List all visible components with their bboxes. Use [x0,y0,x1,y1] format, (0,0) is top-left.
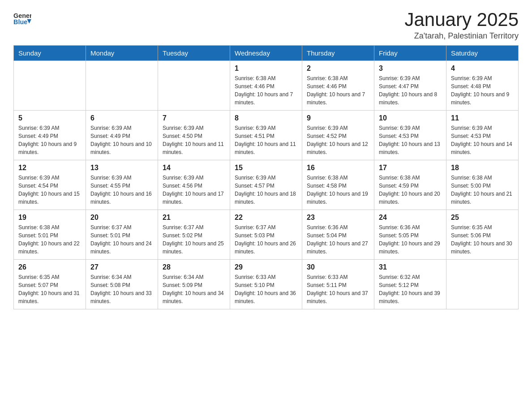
day-info: Sunrise: 6:39 AM Sunset: 4:53 PM Dayligh… [451,124,514,156]
table-row [14,61,86,111]
table-row [86,61,158,111]
day-info: Sunrise: 6:39 AM Sunset: 4:53 PM Dayligh… [379,124,442,156]
day-number: 9 [307,114,369,122]
table-row: 22Sunrise: 6:37 AM Sunset: 5:03 PM Dayli… [230,210,302,260]
day-number: 6 [90,114,153,122]
day-number: 10 [379,114,442,122]
general-blue-logo-icon: General Blue [13,9,31,27]
day-info: Sunrise: 6:39 AM Sunset: 4:54 PM Dayligh… [18,174,81,206]
logo: General Blue [13,9,33,27]
day-number: 14 [163,164,225,172]
table-row: 4Sunrise: 6:39 AM Sunset: 4:48 PM Daylig… [446,61,519,111]
header-thursday: Thursday [302,46,374,61]
day-number: 26 [18,263,81,271]
table-row: 14Sunrise: 6:39 AM Sunset: 4:56 PM Dayli… [158,160,230,210]
day-number: 27 [90,263,153,271]
table-row: 29Sunrise: 6:33 AM Sunset: 5:10 PM Dayli… [230,260,302,309]
header-saturday: Saturday [446,46,519,61]
month-title: January 2025 [404,9,519,30]
table-row [446,260,519,309]
location-title: Za'tarah, Palestinian Territory [404,31,519,41]
day-info: Sunrise: 6:39 AM Sunset: 4:47 PM Dayligh… [379,74,442,107]
day-info: Sunrise: 6:38 AM Sunset: 5:00 PM Dayligh… [451,174,514,206]
day-info: Sunrise: 6:38 AM Sunset: 4:59 PM Dayligh… [379,174,442,206]
header-friday: Friday [374,46,446,61]
day-info: Sunrise: 6:38 AM Sunset: 4:58 PM Dayligh… [307,174,369,206]
table-row: 28Sunrise: 6:34 AM Sunset: 5:09 PM Dayli… [158,260,230,309]
day-info: Sunrise: 6:38 AM Sunset: 4:46 PM Dayligh… [235,74,297,107]
day-number: 12 [18,164,81,172]
table-row: 19Sunrise: 6:38 AM Sunset: 5:01 PM Dayli… [14,210,86,260]
table-row: 31Sunrise: 6:32 AM Sunset: 5:12 PM Dayli… [374,260,446,309]
day-number: 21 [163,214,225,222]
table-row: 1Sunrise: 6:38 AM Sunset: 4:46 PM Daylig… [230,61,302,111]
table-row: 2Sunrise: 6:38 AM Sunset: 4:46 PM Daylig… [302,61,374,111]
table-row: 27Sunrise: 6:34 AM Sunset: 5:08 PM Dayli… [86,260,158,309]
day-number: 22 [235,214,297,222]
day-number: 5 [18,114,81,122]
day-info: Sunrise: 6:39 AM Sunset: 4:48 PM Dayligh… [451,74,514,107]
day-number: 19 [18,214,81,222]
table-row: 16Sunrise: 6:38 AM Sunset: 4:58 PM Dayli… [302,160,374,210]
day-info: Sunrise: 6:39 AM Sunset: 4:55 PM Dayligh… [90,174,153,206]
day-info: Sunrise: 6:39 AM Sunset: 4:57 PM Dayligh… [235,174,297,206]
day-info: Sunrise: 6:37 AM Sunset: 5:01 PM Dayligh… [90,223,153,256]
day-number: 7 [163,114,225,122]
day-number: 30 [307,263,369,271]
day-info: Sunrise: 6:35 AM Sunset: 5:07 PM Dayligh… [18,273,81,305]
day-number: 1 [235,64,297,73]
day-number: 18 [451,164,514,172]
day-info: Sunrise: 6:36 AM Sunset: 5:05 PM Dayligh… [379,223,442,256]
header-wednesday: Wednesday [230,46,302,61]
calendar-week-row: 19Sunrise: 6:38 AM Sunset: 5:01 PM Dayli… [14,210,519,260]
day-number: 24 [379,214,442,222]
table-row: 12Sunrise: 6:39 AM Sunset: 4:54 PM Dayli… [14,160,86,210]
day-number: 16 [307,164,369,172]
day-info: Sunrise: 6:39 AM Sunset: 4:51 PM Dayligh… [235,124,297,156]
table-row: 24Sunrise: 6:36 AM Sunset: 5:05 PM Dayli… [374,210,446,260]
day-info: Sunrise: 6:34 AM Sunset: 5:09 PM Dayligh… [163,273,225,305]
table-row: 26Sunrise: 6:35 AM Sunset: 5:07 PM Dayli… [14,260,86,309]
day-number: 29 [235,263,297,271]
calendar-week-row: 5Sunrise: 6:39 AM Sunset: 4:49 PM Daylig… [14,111,519,160]
day-info: Sunrise: 6:36 AM Sunset: 5:04 PM Dayligh… [307,223,369,256]
day-info: Sunrise: 6:37 AM Sunset: 5:03 PM Dayligh… [235,223,297,256]
day-info: Sunrise: 6:32 AM Sunset: 5:12 PM Dayligh… [379,273,442,305]
table-row: 6Sunrise: 6:39 AM Sunset: 4:49 PM Daylig… [86,111,158,160]
table-row: 9Sunrise: 6:39 AM Sunset: 4:52 PM Daylig… [302,111,374,160]
table-row: 8Sunrise: 6:39 AM Sunset: 4:51 PM Daylig… [230,111,302,160]
table-row: 13Sunrise: 6:39 AM Sunset: 4:55 PM Dayli… [86,160,158,210]
table-row: 7Sunrise: 6:39 AM Sunset: 4:50 PM Daylig… [158,111,230,160]
day-number: 23 [307,214,369,222]
table-row: 21Sunrise: 6:37 AM Sunset: 5:02 PM Dayli… [158,210,230,260]
day-number: 20 [90,214,153,222]
day-number: 11 [451,114,514,122]
day-info: Sunrise: 6:34 AM Sunset: 5:08 PM Dayligh… [90,273,153,305]
table-row [158,61,230,111]
day-number: 2 [307,64,369,73]
table-row: 11Sunrise: 6:39 AM Sunset: 4:53 PM Dayli… [446,111,519,160]
table-row: 5Sunrise: 6:39 AM Sunset: 4:49 PM Daylig… [14,111,86,160]
day-info: Sunrise: 6:33 AM Sunset: 5:11 PM Dayligh… [307,273,369,305]
day-number: 15 [235,164,297,172]
day-number: 17 [379,164,442,172]
calendar-header-row: Sunday Monday Tuesday Wednesday Thursday… [14,46,519,61]
table-row: 23Sunrise: 6:36 AM Sunset: 5:04 PM Dayli… [302,210,374,260]
page-header: General Blue January 2025 Za'tarah, Pale… [13,9,519,41]
table-row: 17Sunrise: 6:38 AM Sunset: 4:59 PM Dayli… [374,160,446,210]
table-row: 10Sunrise: 6:39 AM Sunset: 4:53 PM Dayli… [374,111,446,160]
day-info: Sunrise: 6:39 AM Sunset: 4:52 PM Dayligh… [307,124,369,156]
calendar-week-row: 26Sunrise: 6:35 AM Sunset: 5:07 PM Dayli… [14,260,519,309]
table-row: 20Sunrise: 6:37 AM Sunset: 5:01 PM Dayli… [86,210,158,260]
day-number: 28 [163,263,225,271]
table-row: 3Sunrise: 6:39 AM Sunset: 4:47 PM Daylig… [374,61,446,111]
day-info: Sunrise: 6:37 AM Sunset: 5:02 PM Dayligh… [163,223,225,256]
table-row: 25Sunrise: 6:35 AM Sunset: 5:06 PM Dayli… [446,210,519,260]
day-number: 31 [379,263,442,271]
day-info: Sunrise: 6:33 AM Sunset: 5:10 PM Dayligh… [235,273,297,305]
day-info: Sunrise: 6:35 AM Sunset: 5:06 PM Dayligh… [451,223,514,256]
day-number: 4 [451,64,514,73]
calendar-table: Sunday Monday Tuesday Wednesday Thursday… [13,45,519,309]
table-row: 15Sunrise: 6:39 AM Sunset: 4:57 PM Dayli… [230,160,302,210]
day-info: Sunrise: 6:39 AM Sunset: 4:49 PM Dayligh… [18,124,81,156]
